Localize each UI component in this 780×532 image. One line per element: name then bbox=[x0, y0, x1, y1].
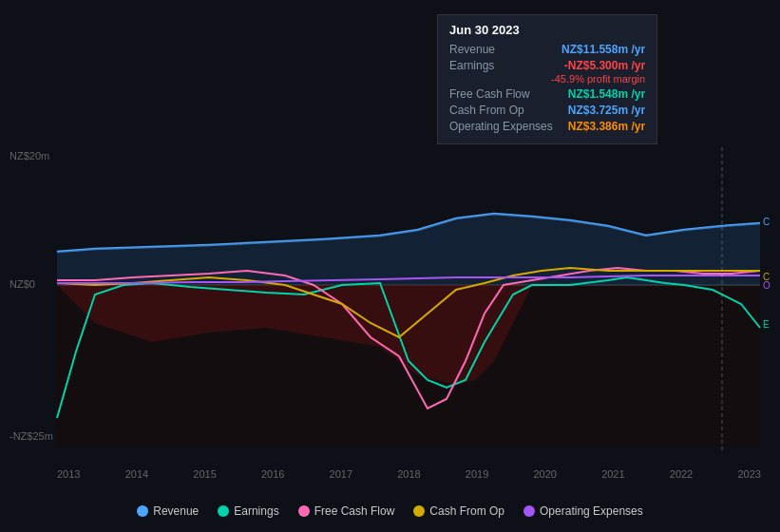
x-label-2023: 2023 bbox=[737, 468, 760, 480]
tooltip-value-earnings: -NZ$5.300m /yr bbox=[564, 59, 645, 72]
tooltip-label-earnings: Earnings bbox=[449, 59, 494, 72]
tooltip-value-revenue: NZ$11.558m /yr bbox=[561, 43, 645, 56]
legend-item-cashfromop[interactable]: Cash From Op bbox=[413, 504, 504, 518]
tooltip-label-opex: Operating Expenses bbox=[449, 120, 553, 133]
svg-text:O: O bbox=[763, 280, 770, 291]
tooltip-row-earnings: Earnings -NZ$5.300m /yr bbox=[449, 59, 645, 72]
tooltip-row-fcf: Free Cash Flow NZ$1.548m /yr bbox=[449, 87, 645, 101]
chart-legend: Revenue Earnings Free Cash Flow Cash Fro… bbox=[0, 504, 780, 518]
tooltip-row-revenue: Revenue NZ$11.558m /yr bbox=[449, 43, 645, 56]
svg-text:E: E bbox=[763, 319, 770, 330]
legend-label-opex: Operating Expenses bbox=[540, 504, 643, 518]
tooltip-row-cashfromop: Cash From Op NZ$3.725m /yr bbox=[449, 104, 645, 117]
x-label-2021: 2021 bbox=[601, 468, 624, 480]
legend-label-revenue: Revenue bbox=[153, 504, 199, 518]
x-label-2020: 2020 bbox=[533, 468, 556, 480]
x-labels: 2013 2014 2015 2016 2017 2018 2019 2020 … bbox=[57, 468, 761, 480]
x-label-2014: 2014 bbox=[125, 468, 148, 480]
tooltip-value-cashfromop: NZ$3.725m /yr bbox=[568, 104, 645, 117]
legend-dot-revenue bbox=[137, 505, 148, 517]
tooltip-label-cashfromop: Cash From Op bbox=[449, 104, 524, 117]
profit-margin-label: -45.9% profit margin bbox=[449, 73, 645, 85]
x-label-2017: 2017 bbox=[330, 468, 352, 480]
legend-label-fcf: Free Cash Flow bbox=[314, 504, 395, 518]
tooltip-label-fcf: Free Cash Flow bbox=[449, 87, 530, 101]
legend-item-earnings[interactable]: Earnings bbox=[218, 504, 278, 518]
svg-text:C: C bbox=[763, 217, 770, 227]
tooltip-value-opex: NZ$3.386m /yr bbox=[568, 120, 645, 133]
legend-dot-opex bbox=[523, 505, 535, 517]
x-label-2019: 2019 bbox=[466, 468, 488, 480]
legend-label-cashfromop: Cash From Op bbox=[429, 504, 504, 518]
chart-svg: C C O E bbox=[0, 0, 780, 532]
x-label-2022: 2022 bbox=[670, 468, 693, 480]
legend-item-revenue[interactable]: Revenue bbox=[137, 504, 199, 518]
x-label-2016: 2016 bbox=[261, 468, 284, 480]
x-label-2013: 2013 bbox=[57, 468, 80, 480]
legend-dot-earnings bbox=[218, 505, 229, 517]
legend-item-opex[interactable]: Operating Expenses bbox=[523, 504, 643, 518]
x-label-2015: 2015 bbox=[193, 468, 216, 480]
tooltip-date: Jun 30 2023 bbox=[449, 23, 645, 37]
legend-item-fcf[interactable]: Free Cash Flow bbox=[298, 504, 395, 518]
chart-container: Jun 30 2023 Revenue NZ$11.558m /yr Earni… bbox=[0, 0, 780, 532]
tooltip-box: Jun 30 2023 Revenue NZ$11.558m /yr Earni… bbox=[437, 14, 657, 144]
legend-label-earnings: Earnings bbox=[234, 504, 278, 518]
tooltip-label-revenue: Revenue bbox=[449, 43, 495, 56]
tooltip-value-fcf: NZ$1.548m /yr bbox=[568, 87, 645, 101]
x-label-2018: 2018 bbox=[397, 468, 420, 480]
legend-dot-cashfromop bbox=[413, 505, 425, 517]
tooltip-row-opex: Operating Expenses NZ$3.386m /yr bbox=[449, 120, 645, 133]
legend-dot-fcf bbox=[298, 505, 310, 517]
